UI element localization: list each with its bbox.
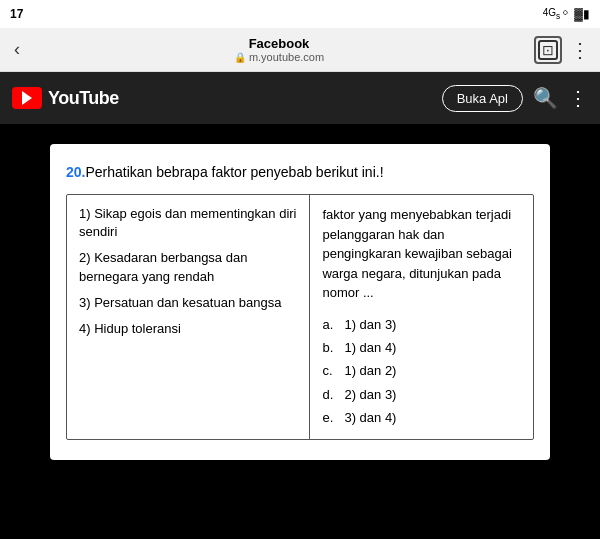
list-item: c.1) dan 2) <box>322 359 521 382</box>
browser-bar: ‹ Facebook 🔒 m.youtube.com ⊡ ⋮ <box>0 28 600 72</box>
option-letter: b. <box>322 336 338 359</box>
lock-icon: 🔒 <box>234 52 246 63</box>
left-column: 1) Sikap egois dan mementingkan diri sen… <box>67 195 310 439</box>
list-item: 4) Hidup toleransi <box>79 320 297 338</box>
question-number: 20. <box>66 164 85 180</box>
status-icons: 4Gs᪐ ▓▮ <box>543 7 590 21</box>
option-value: 1) dan 4) <box>344 336 396 359</box>
search-icon[interactable]: 🔍 <box>533 86 558 110</box>
option-letter: e. <box>322 406 338 429</box>
question-prompt: 20.Perhatikan bebrapa faktor penyebab be… <box>66 164 534 180</box>
browser-actions: ⊡ ⋮ <box>534 36 590 64</box>
list-item: d.2) dan 3) <box>322 383 521 406</box>
youtube-logo: YouTube <box>12 87 119 109</box>
list-item: b.1) dan 4) <box>322 336 521 359</box>
browser-site-name: Facebook <box>249 36 310 51</box>
browser-url: 🔒 m.youtube.com <box>234 51 324 63</box>
options-list: a.1) dan 3)b.1) dan 4)c.1) dan 2)d.2) da… <box>322 313 521 430</box>
list-item: e.3) dan 4) <box>322 406 521 429</box>
browser-address: Facebook 🔒 m.youtube.com <box>32 36 526 63</box>
question-card: 20.Perhatikan bebrapa faktor penyebab be… <box>50 144 550 460</box>
right-column: faktor yang menyebabkan terjadi pelangga… <box>310 195 533 439</box>
option-value: 1) dan 2) <box>344 359 396 382</box>
list-item: a.1) dan 3) <box>322 313 521 336</box>
question-table: 1) Sikap egois dan mementingkan diri sen… <box>66 194 534 440</box>
list-item: 2) Kesadaran berbangsa dan bernegara yan… <box>79 249 297 285</box>
browser-tab-button[interactable]: ⊡ <box>534 36 562 64</box>
status-time: 17 <box>10 7 23 21</box>
option-value: 2) dan 3) <box>344 383 396 406</box>
right-question-text: faktor yang menyebabkan terjadi pelangga… <box>322 205 521 303</box>
list-item: 3) Persatuan dan kesatuan bangsa <box>79 294 297 312</box>
browser-menu-button[interactable]: ⋮ <box>570 38 590 62</box>
option-letter: c. <box>322 359 338 382</box>
main-content: 20.Perhatikan bebrapa faktor penyebab be… <box>0 124 600 539</box>
youtube-play-icon <box>22 91 32 105</box>
option-letter: a. <box>322 313 338 336</box>
youtube-logo-text: YouTube <box>48 88 119 109</box>
option-value: 1) dan 3) <box>344 313 396 336</box>
youtube-header: YouTube Buka Apl 🔍 ⋮ <box>0 72 600 124</box>
more-options-icon[interactable]: ⋮ <box>568 86 588 110</box>
tab-icon: ⊡ <box>538 40 558 60</box>
option-letter: d. <box>322 383 338 406</box>
question-text: Perhatikan bebrapa faktor penyebab berik… <box>85 164 383 180</box>
signal-icon: 4Gs᪐ <box>543 7 571 21</box>
youtube-logo-icon <box>12 87 42 109</box>
status-bar: 17 4Gs᪐ ▓▮ <box>0 0 600 28</box>
browser-back-button[interactable]: ‹ <box>10 35 24 64</box>
battery-icon: ▓▮ <box>574 7 590 21</box>
option-value: 3) dan 4) <box>344 406 396 429</box>
buka-apl-button[interactable]: Buka Apl <box>442 85 523 112</box>
list-item: 1) Sikap egois dan mementingkan diri sen… <box>79 205 297 241</box>
